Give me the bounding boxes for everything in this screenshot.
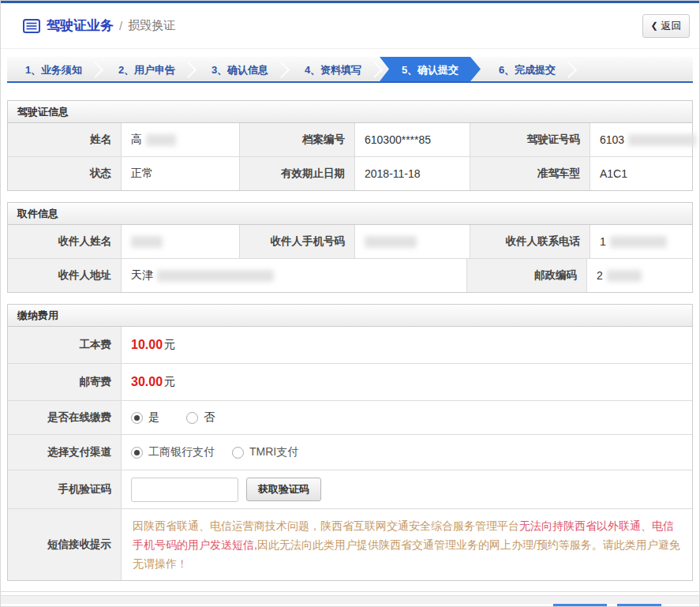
recipient-phone-value: 1 [590,225,692,258]
tmri-pay-label: TMRI支付 [249,445,298,459]
expiry-label: 有效期止日期 [239,157,354,190]
table-row: 姓名 高 档案编号 610300****85 驾驶证号码 6103 [8,123,692,156]
sms-notice-label: 短信接收提示 [8,509,121,580]
table-row: 选择支付渠道 工商银行支付 TMRI支付 [8,434,692,470]
payment-title: 缴纳费用 [8,305,692,327]
sms-code-cell: 获取验证码 [121,470,692,508]
back-chevron-icon: ❮ [650,21,657,31]
redaction-blur [146,134,176,146]
recipient-name-label: 收件人姓名 [8,225,121,258]
table-row: 收件人姓名 收件人手机号码 收件人联系电话 1 [8,225,692,258]
step-3-confirm-info: 3、确认信息 [193,57,286,81]
breadcrumb-current: 损毁换证 [128,18,175,33]
status-value: 正常 [121,157,239,190]
pickup-info-section: 取件信息 收件人姓名 收件人手机号码 收件人联系电话 1 收件人地址 天津 邮政… [7,202,693,293]
page: 驾驶证业务 / 损毁换证 ❮ 返回 1、业务须知 2、用户申告 3、确认信息 4… [0,0,700,607]
bottom-strip [1,595,699,604]
online-pay-yes-option[interactable]: 是 [131,410,159,425]
table-row: 邮寄费 30.00 元 [8,363,692,400]
table-row: 状态 正常 有效期止日期 2018-11-18 准驾车型 A1C1 [8,156,692,190]
postage-fee-unit: 元 [164,375,175,389]
name-value: 高 [121,123,239,156]
pickup-info-title: 取件信息 [8,203,692,225]
payment-section: 缴纳费用 工本费 10.00 元 邮寄费 30.00 元 是否在线缴费 是 [7,304,693,581]
file-no-label: 档案编号 [239,123,354,156]
work-fee-unit: 元 [164,338,175,352]
recipient-name-value [121,225,239,258]
icbc-pay-radio[interactable] [131,447,143,459]
step-1-notice: 1、业务须知 [7,57,100,81]
sms-code-label: 手机验证码 [8,470,121,508]
redaction-blur [610,236,667,248]
zip-code-label: 邮政编码 [466,259,586,292]
page-title: 驾驶证业务 [47,17,114,35]
online-pay-no-radio[interactable] [186,412,198,424]
table-row: 是否在线缴费 是 否 [8,400,692,434]
pay-channel-options: 工商银行支付 TMRI支付 [121,435,692,470]
table-row: 短信接收提示 因陕西省联通、电信运营商技术问题，陕西省互联网交通安全综合服务管理… [8,508,692,580]
postage-fee-amount: 30.00 [131,375,163,389]
license-no-label: 驾驶证号码 [470,123,590,156]
name-label: 姓名 [8,123,121,156]
redaction-blur [628,134,696,146]
online-pay-no-label: 否 [204,410,215,425]
step-2-declare: 2、用户申告 [100,57,193,81]
recipient-address-label: 收件人地址 [8,259,121,292]
license-info-title: 驾驶证信息 [8,101,692,123]
back-label: 返回 [661,19,682,33]
icbc-pay-option[interactable]: 工商银行支付 [131,445,215,459]
table-row: 手机验证码 获取验证码 [8,470,692,508]
icbc-pay-label: 工商银行支付 [148,445,215,459]
header: 驾驶证业务 / 损毁换证 ❮ 返回 [1,3,699,49]
file-no-value: 610300****85 [354,123,470,156]
status-label: 状态 [8,157,121,190]
breadcrumb-separator: / [119,19,122,32]
back-button[interactable]: ❮ 返回 [642,14,690,38]
form-list-icon [23,19,40,33]
tmri-pay-option[interactable]: TMRI支付 [232,445,298,459]
recipient-mobile-label: 收件人手机号码 [239,225,354,258]
online-pay-yes-radio[interactable] [131,412,143,424]
zip-code-value: 2 [586,259,692,292]
step-6-complete: 6、完成提交 [481,57,574,81]
online-pay-options: 是 否 [121,401,692,434]
sms-notice-text: 因陕西省联通、电信运营商技术问题，陕西省互联网交通安全综合服务管理平台无法向持陕… [121,509,692,580]
notice-part-1: 因陕西省联通、电信运营商技术问题，陕西省互联网交通安全综合服务管理平台 [133,519,519,532]
online-pay-yes-label: 是 [148,410,159,425]
vehicle-class-value: A1C1 [590,157,692,190]
step-progress-bar: 1、业务须知 2、用户申告 3、确认信息 4、资料填写 5、确认提交 6、完成提… [7,57,693,83]
tmri-pay-radio[interactable] [232,447,244,459]
work-fee-amount: 10.00 [131,338,163,352]
postage-fee-value: 30.00 元 [121,364,692,400]
table-row: 收件人地址 天津 邮政编码 2 [8,258,692,292]
license-info-section: 驾驶证信息 姓名 高 档案编号 610300****85 驾驶证号码 6103 … [7,100,693,191]
vehicle-class-label: 准驾车型 [470,157,590,190]
step-5-confirm-submit-active: 5、确认提交 [380,57,481,81]
work-fee-value: 10.00 元 [121,327,692,363]
redaction-blur [157,270,274,282]
redaction-blur [365,236,417,248]
sms-code-input[interactable] [131,478,238,502]
postage-fee-label: 邮寄费 [8,364,121,400]
license-no-value: 6103 [590,123,700,156]
step-4-fill-data: 4、资料填写 [286,57,380,81]
redaction-blur [607,270,642,282]
recipient-mobile-value [354,225,470,258]
redaction-blur [131,236,163,248]
table-row: 工本费 10.00 元 [8,327,692,363]
pay-channel-label: 选择支付渠道 [8,435,121,470]
recipient-address-value: 天津 [121,259,466,292]
online-pay-no-option[interactable]: 否 [186,410,215,425]
recipient-phone-label: 收件人联系电话 [470,225,590,258]
online-pay-label: 是否在线缴费 [8,401,121,434]
work-fee-label: 工本费 [8,327,121,363]
expiry-value: 2018-11-18 [354,157,470,190]
get-code-button[interactable]: 获取验证码 [246,478,321,501]
